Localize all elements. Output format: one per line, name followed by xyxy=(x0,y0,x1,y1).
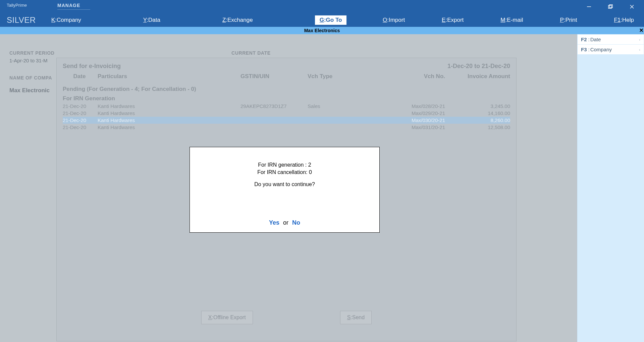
main-menu-bar: SILVER K:Company Y:Data Z:Exchange G:Go … xyxy=(0,13,644,27)
company-name: Max Electronics xyxy=(304,28,340,33)
rp-company[interactable]: F3:Company‹ xyxy=(578,45,644,54)
company-strip: Max Electronics × xyxy=(0,27,644,34)
title-bar: TallyPrime MANAGE xyxy=(0,0,644,13)
menu-help[interactable]: F1:Help xyxy=(614,17,634,23)
dialog-line-1: For IRN generation : 2 xyxy=(197,161,373,169)
maximize-button[interactable] xyxy=(603,0,618,13)
menu-exchange[interactable]: Z:Exchange xyxy=(222,17,253,23)
close-button[interactable] xyxy=(625,0,639,13)
close-icon[interactable]: × xyxy=(639,26,643,34)
menu-company[interactable]: K:Company xyxy=(51,17,81,23)
dialog-no-button[interactable]: No xyxy=(292,219,300,226)
brand-bottom: SILVER xyxy=(0,15,45,25)
menu-email[interactable]: M:E-mail xyxy=(500,17,523,23)
confirmation-dialog: For IRN generation : 2 For IRN cancellat… xyxy=(190,147,380,233)
menu-goto[interactable]: G:Go To xyxy=(315,15,347,25)
right-panel: F2:Date‹ F3:Company‹ xyxy=(577,34,644,342)
dialog-yes-button[interactable]: Yes xyxy=(269,219,279,226)
main-area: CURRENT PERIOD 1-Apr-20 to 31-M CURRENT … xyxy=(0,34,577,342)
chevron-left-icon: ‹ xyxy=(639,48,640,52)
brand-top: TallyPrime xyxy=(7,3,27,8)
dialog-or-text: or xyxy=(281,219,290,226)
menu-import[interactable]: O:Import xyxy=(383,17,405,23)
rp-date[interactable]: F2:Date‹ xyxy=(578,35,644,44)
chevron-left-icon: ‹ xyxy=(639,38,640,42)
menu-export[interactable]: E:Export xyxy=(442,17,464,23)
manage-label[interactable]: MANAGE xyxy=(57,3,90,10)
menu-data[interactable]: Y:Data xyxy=(143,17,160,23)
dialog-line-2: For IRN cancellation: 0 xyxy=(197,169,373,176)
menu-print[interactable]: P:Print xyxy=(560,17,577,23)
dialog-line-3: Do you want to continue? xyxy=(197,181,373,188)
minimize-button[interactable] xyxy=(582,0,596,13)
